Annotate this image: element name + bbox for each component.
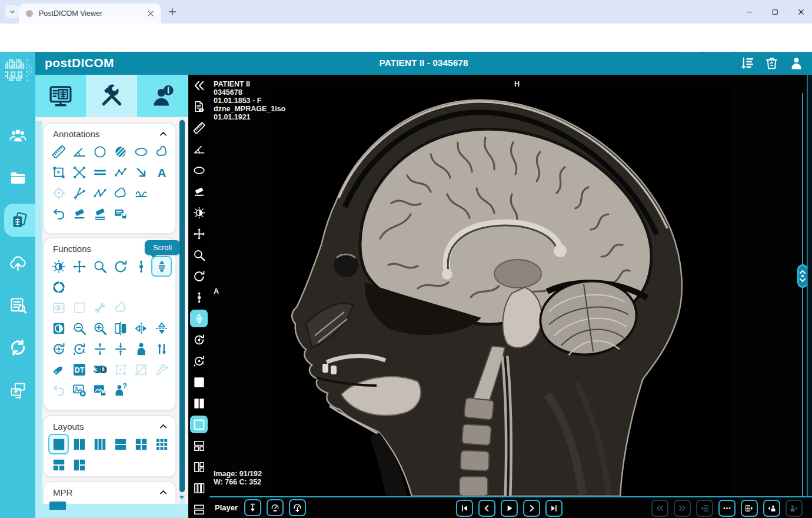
nav-upload-icon[interactable] [0, 246, 35, 279]
layout-1x3-icon[interactable] [89, 434, 110, 454]
fn-export-image-icon[interactable] [69, 380, 89, 400]
layout-top1-bottom2-icon[interactable] [48, 454, 69, 475]
fn-mirror-horizontal-icon[interactable] [131, 318, 151, 338]
recycle-bin-button-icon[interactable] [764, 56, 779, 71]
annot-ellipse-icon[interactable] [131, 141, 151, 162]
tb-layout-2x1-icon[interactable] [190, 500, 208, 518]
annot-erase-all-icon[interactable] [89, 203, 110, 224]
nav-sync-icon[interactable] [0, 331, 35, 364]
annot-rectangle-icon[interactable] [48, 162, 69, 182]
fn-patient-orientation-icon[interactable] [131, 338, 151, 359]
tab-patient-info-icon[interactable] [137, 75, 188, 117]
tb-layout-current-icon[interactable] [190, 416, 208, 433]
fn-save-image-icon[interactable] [89, 380, 110, 400]
window-maximize-icon[interactable] [767, 5, 783, 19]
tb-magnify-icon[interactable] [190, 246, 208, 264]
layout-1x1-icon[interactable] [48, 434, 69, 454]
new-tab-button[interactable] [167, 6, 179, 18]
player-speed-up-icon[interactable] [289, 499, 306, 516]
player-previous-image-icon[interactable] [478, 500, 495, 517]
tb-rotate-reset-icon[interactable] [190, 331, 208, 348]
tb-stack-scroll-icon[interactable] [190, 288, 208, 306]
tab-search-button[interactable] [5, 5, 19, 18]
tb-angle-icon[interactable] [190, 140, 208, 158]
player-play-icon[interactable] [501, 500, 518, 517]
nav-viewer-icon[interactable] [4, 204, 35, 237]
fn-invert-icon[interactable] [48, 318, 69, 338]
fn-zoom-in-icon[interactable] [89, 318, 110, 338]
fn-rotate-reset-icon[interactable] [48, 338, 69, 359]
fn-tags-icon[interactable] [48, 359, 69, 380]
annot-closed-freehand-icon[interactable] [110, 182, 131, 203]
annot-filled-ellipse-icon[interactable] [110, 141, 131, 162]
annot-parallel-lines-icon[interactable] [89, 162, 110, 182]
fn-zoom-out-icon[interactable] [69, 318, 89, 338]
more-series-icon[interactable] [718, 500, 736, 517]
layout-1x2-icon[interactable] [69, 434, 89, 454]
layout-2x1-icon[interactable] [110, 434, 131, 454]
tb-layout-left1-right2-icon[interactable] [190, 458, 208, 476]
tb-layout-top1-bottom2-icon[interactable] [190, 437, 208, 454]
tb-eraser-icon[interactable] [190, 182, 208, 200]
annot-text-icon[interactable]: A [151, 162, 172, 182]
tb-rotate-auto-icon[interactable] [190, 352, 208, 370]
annot-cobb-angle-icon[interactable] [69, 182, 89, 203]
annot-circle-icon[interactable] [89, 141, 110, 162]
fn-localize-icon[interactable] [48, 277, 69, 297]
image-scroll-track[interactable] [802, 93, 803, 496]
player-speed-down-icon[interactable] [267, 499, 284, 516]
window-close-icon[interactable] [793, 5, 808, 19]
tb-report-preview-icon[interactable] [190, 98, 208, 115]
nav-folders-icon[interactable] [0, 161, 35, 194]
tb-collapse-panel-icon[interactable] [190, 77, 208, 94]
tb-ruler-icon[interactable] [190, 119, 208, 137]
annot-erase-icon[interactable] [69, 203, 89, 224]
annot-flex-angle-icon[interactable] [89, 182, 110, 203]
tb-layout-1x3-icon[interactable] [190, 479, 208, 497]
annot-undo-icon[interactable] [48, 203, 69, 224]
series-sort-button-icon[interactable] [740, 56, 754, 71]
fn-sort-images-icon[interactable] [151, 338, 172, 359]
annot-ruler-icon[interactable] [48, 141, 69, 162]
tab-close-icon[interactable] [146, 9, 155, 18]
collapse-chevron-icon[interactable] [158, 129, 168, 139]
collapse-chevron-icon[interactable] [158, 487, 168, 497]
fn-magnify-icon[interactable] [89, 256, 110, 277]
panel-scrollbar[interactable] [179, 118, 185, 505]
tab-display-settings-icon[interactable] [35, 75, 86, 117]
account-button-icon[interactable] [789, 56, 804, 71]
annot-cross-ruler-icon[interactable] [69, 162, 89, 182]
tb-scroll-icon[interactable] [190, 310, 208, 327]
tb-window-level-icon[interactable] [190, 204, 208, 221]
player-last-image-icon[interactable] [545, 500, 563, 517]
player-first-image-icon[interactable] [456, 500, 473, 517]
annot-spline-icon[interactable] [131, 182, 151, 203]
tb-rotate-icon[interactable] [190, 267, 208, 285]
tab-tools-icon[interactable] [86, 75, 138, 117]
fn-flip-horizontal-icon[interactable] [110, 318, 131, 338]
tb-layout-1x1-icon[interactable] [190, 373, 208, 391]
collapse-chevron-icon[interactable] [158, 421, 168, 431]
fn-window-level-icon[interactable] [48, 256, 69, 277]
browser-tab[interactable]: PostDICOM Viewer [19, 4, 161, 24]
player-next-image-icon[interactable] [523, 500, 540, 517]
fn-3d-icon[interactable]: 3D3D [89, 359, 110, 380]
player-direction-icon[interactable] [244, 499, 261, 516]
annot-polyline-icon[interactable] [110, 162, 131, 182]
scrollbar-thumb[interactable] [179, 120, 185, 492]
annot-arrow-icon[interactable] [131, 162, 151, 182]
tb-layout-1x2-icon[interactable] [190, 394, 208, 412]
fn-rotate-auto-icon[interactable] [69, 338, 89, 359]
nav-worklist-icon[interactable] [0, 288, 35, 321]
fn-pan-icon[interactable] [69, 256, 89, 277]
annot-save-icon[interactable] [110, 203, 131, 224]
layout-left1-right2-icon[interactable] [69, 454, 89, 475]
nav-remote-icon[interactable] [0, 373, 35, 406]
fn-mirror-vertical-icon[interactable] [151, 318, 172, 338]
fn-rotate-icon[interactable] [110, 256, 131, 277]
image-viewport[interactable]: PATIENT II034567801.01.1853 - Fdzne_MPRA… [209, 75, 812, 496]
annot-angle-icon[interactable] [69, 141, 89, 162]
scrollbar-down-arrow[interactable] [179, 495, 184, 500]
fn-dt-icon[interactable]: DT [69, 359, 89, 380]
annot-freehand-icon[interactable] [151, 141, 172, 162]
